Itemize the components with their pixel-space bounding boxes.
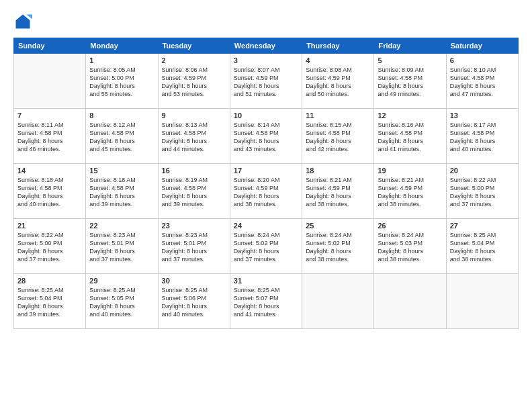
day-number: 31 bbox=[234, 277, 298, 285]
day-number: 24 bbox=[234, 222, 298, 230]
calendar-cell: 16 Sunrise: 8:19 AMSunset: 4:58 PMDaylig… bbox=[158, 164, 230, 219]
day-number: 20 bbox=[450, 167, 515, 175]
calendar-cell: 23 Sunrise: 8:23 AMSunset: 5:01 PMDaylig… bbox=[158, 219, 230, 274]
day-info: Sunrise: 8:12 AMSunset: 4:58 PMDaylight:… bbox=[89, 121, 154, 154]
day-number: 2 bbox=[162, 56, 226, 64]
day-info: Sunrise: 8:18 AMSunset: 4:58 PMDaylight:… bbox=[89, 176, 154, 209]
calendar-cell: 27 Sunrise: 8:25 AMSunset: 5:04 PMDaylig… bbox=[446, 219, 518, 274]
day-info: Sunrise: 8:09 AMSunset: 4:58 PMDaylight:… bbox=[378, 66, 442, 99]
day-info: Sunrise: 8:24 AMSunset: 5:02 PMDaylight:… bbox=[234, 231, 298, 264]
day-number: 19 bbox=[378, 167, 442, 175]
day-info: Sunrise: 8:25 AMSunset: 5:06 PMDaylight:… bbox=[162, 286, 226, 319]
calendar-cell: 14 Sunrise: 8:18 AMSunset: 4:58 PMDaylig… bbox=[14, 164, 86, 219]
day-number: 27 bbox=[450, 222, 515, 230]
calendar-cell: 4 Sunrise: 8:08 AMSunset: 4:59 PMDayligh… bbox=[302, 54, 374, 109]
day-number: 28 bbox=[17, 277, 82, 285]
calendar-cell: 21 Sunrise: 8:22 AMSunset: 5:00 PMDaylig… bbox=[14, 219, 86, 274]
day-info: Sunrise: 8:24 AMSunset: 5:03 PMDaylight:… bbox=[378, 231, 442, 264]
day-number: 6 bbox=[450, 56, 515, 64]
day-info: Sunrise: 8:17 AMSunset: 4:58 PMDaylight:… bbox=[450, 121, 515, 154]
calendar-cell: 3 Sunrise: 8:07 AMSunset: 4:59 PMDayligh… bbox=[230, 54, 302, 109]
day-number: 12 bbox=[378, 111, 442, 120]
calendar-cell: 2 Sunrise: 8:06 AMSunset: 4:59 PMDayligh… bbox=[158, 54, 230, 109]
day-info: Sunrise: 8:25 AMSunset: 5:04 PMDaylight:… bbox=[17, 286, 82, 319]
svg-marker-0 bbox=[16, 15, 30, 29]
day-info: Sunrise: 8:22 AMSunset: 5:00 PMDaylight:… bbox=[450, 176, 515, 209]
day-number: 4 bbox=[306, 56, 370, 64]
calendar-cell: 7 Sunrise: 8:11 AMSunset: 4:58 PMDayligh… bbox=[14, 109, 86, 164]
day-info: Sunrise: 8:21 AMSunset: 4:59 PMDaylight:… bbox=[378, 176, 442, 209]
day-info: Sunrise: 8:25 AMSunset: 5:04 PMDaylight:… bbox=[450, 231, 515, 264]
calendar-week-row: 1 Sunrise: 8:05 AMSunset: 5:00 PMDayligh… bbox=[14, 54, 519, 109]
weekday-header: Sunday bbox=[14, 38, 86, 54]
day-number: 25 bbox=[306, 222, 370, 230]
day-number: 30 bbox=[162, 277, 226, 285]
day-info: Sunrise: 8:13 AMSunset: 4:58 PMDaylight:… bbox=[162, 121, 226, 154]
day-info: Sunrise: 8:23 AMSunset: 5:01 PMDaylight:… bbox=[89, 231, 154, 264]
day-info: Sunrise: 8:10 AMSunset: 4:58 PMDaylight:… bbox=[450, 66, 515, 99]
day-info: Sunrise: 8:25 AMSunset: 5:07 PMDaylight:… bbox=[234, 286, 298, 319]
day-number: 17 bbox=[234, 167, 298, 175]
day-info: Sunrise: 8:20 AMSunset: 4:59 PMDaylight:… bbox=[234, 176, 298, 209]
calendar-week-row: 7 Sunrise: 8:11 AMSunset: 4:58 PMDayligh… bbox=[14, 109, 519, 164]
calendar-cell: 20 Sunrise: 8:22 AMSunset: 5:00 PMDaylig… bbox=[446, 164, 518, 219]
day-number: 14 bbox=[17, 167, 82, 175]
day-number: 9 bbox=[162, 111, 226, 120]
day-number: 21 bbox=[17, 222, 82, 230]
day-info: Sunrise: 8:23 AMSunset: 5:01 PMDaylight:… bbox=[162, 231, 226, 264]
day-info: Sunrise: 8:08 AMSunset: 4:59 PMDaylight:… bbox=[306, 66, 370, 99]
calendar-cell bbox=[446, 274, 518, 329]
calendar-cell: 31 Sunrise: 8:25 AMSunset: 5:07 PMDaylig… bbox=[230, 274, 302, 329]
calendar-cell bbox=[302, 274, 374, 329]
day-number: 26 bbox=[378, 222, 442, 230]
weekday-header: Saturday bbox=[446, 38, 518, 54]
weekday-header: Thursday bbox=[302, 38, 374, 54]
page: SundayMondayTuesdayWednesdayThursdayFrid… bbox=[0, 0, 532, 411]
day-number: 7 bbox=[17, 111, 82, 120]
calendar-cell: 26 Sunrise: 8:24 AMSunset: 5:03 PMDaylig… bbox=[374, 219, 446, 274]
calendar-cell: 18 Sunrise: 8:21 AMSunset: 4:59 PMDaylig… bbox=[302, 164, 374, 219]
day-number: 18 bbox=[306, 167, 370, 175]
calendar-cell: 6 Sunrise: 8:10 AMSunset: 4:58 PMDayligh… bbox=[446, 54, 518, 109]
day-info: Sunrise: 8:22 AMSunset: 5:00 PMDaylight:… bbox=[17, 231, 82, 264]
calendar-cell bbox=[374, 274, 446, 329]
day-info: Sunrise: 8:15 AMSunset: 4:58 PMDaylight:… bbox=[306, 121, 370, 154]
weekday-header: Tuesday bbox=[158, 38, 230, 54]
day-number: 13 bbox=[450, 111, 515, 120]
day-info: Sunrise: 8:24 AMSunset: 5:02 PMDaylight:… bbox=[306, 231, 370, 264]
calendar-cell: 5 Sunrise: 8:09 AMSunset: 4:58 PMDayligh… bbox=[374, 54, 446, 109]
calendar-cell: 1 Sunrise: 8:05 AMSunset: 5:00 PMDayligh… bbox=[86, 54, 158, 109]
weekday-header: Friday bbox=[374, 38, 446, 54]
calendar-header-row: SundayMondayTuesdayWednesdayThursdayFrid… bbox=[14, 38, 519, 54]
calendar-cell bbox=[14, 54, 86, 109]
day-info: Sunrise: 8:21 AMSunset: 4:59 PMDaylight:… bbox=[306, 176, 370, 209]
logo bbox=[13, 12, 35, 31]
calendar-week-row: 14 Sunrise: 8:18 AMSunset: 4:58 PMDaylig… bbox=[14, 164, 519, 219]
calendar-cell: 19 Sunrise: 8:21 AMSunset: 4:59 PMDaylig… bbox=[374, 164, 446, 219]
day-info: Sunrise: 8:06 AMSunset: 4:59 PMDaylight:… bbox=[162, 66, 226, 99]
day-info: Sunrise: 8:19 AMSunset: 4:58 PMDaylight:… bbox=[162, 176, 226, 209]
day-number: 15 bbox=[89, 167, 154, 175]
day-number: 5 bbox=[378, 56, 442, 64]
calendar-cell: 17 Sunrise: 8:20 AMSunset: 4:59 PMDaylig… bbox=[230, 164, 302, 219]
day-info: Sunrise: 8:07 AMSunset: 4:59 PMDaylight:… bbox=[234, 66, 298, 99]
calendar-cell: 12 Sunrise: 8:16 AMSunset: 4:58 PMDaylig… bbox=[374, 109, 446, 164]
day-number: 1 bbox=[89, 56, 154, 64]
calendar-cell: 25 Sunrise: 8:24 AMSunset: 5:02 PMDaylig… bbox=[302, 219, 374, 274]
day-info: Sunrise: 8:14 AMSunset: 4:58 PMDaylight:… bbox=[234, 121, 298, 154]
calendar-cell: 11 Sunrise: 8:15 AMSunset: 4:58 PMDaylig… bbox=[302, 109, 374, 164]
calendar-cell: 30 Sunrise: 8:25 AMSunset: 5:06 PMDaylig… bbox=[158, 274, 230, 329]
calendar-cell: 29 Sunrise: 8:25 AMSunset: 5:05 PMDaylig… bbox=[86, 274, 158, 329]
calendar-cell: 15 Sunrise: 8:18 AMSunset: 4:58 PMDaylig… bbox=[86, 164, 158, 219]
calendar-cell: 10 Sunrise: 8:14 AMSunset: 4:58 PMDaylig… bbox=[230, 109, 302, 164]
day-info: Sunrise: 8:05 AMSunset: 5:00 PMDaylight:… bbox=[89, 66, 154, 99]
header bbox=[13, 12, 519, 31]
day-number: 11 bbox=[306, 111, 370, 120]
day-number: 8 bbox=[89, 111, 154, 120]
calendar-cell: 24 Sunrise: 8:24 AMSunset: 5:02 PMDaylig… bbox=[230, 219, 302, 274]
day-number: 10 bbox=[234, 111, 298, 120]
weekday-header: Wednesday bbox=[230, 38, 302, 54]
day-info: Sunrise: 8:18 AMSunset: 4:58 PMDaylight:… bbox=[17, 176, 82, 209]
calendar-cell: 28 Sunrise: 8:25 AMSunset: 5:04 PMDaylig… bbox=[14, 274, 86, 329]
logo-icon bbox=[13, 12, 32, 31]
